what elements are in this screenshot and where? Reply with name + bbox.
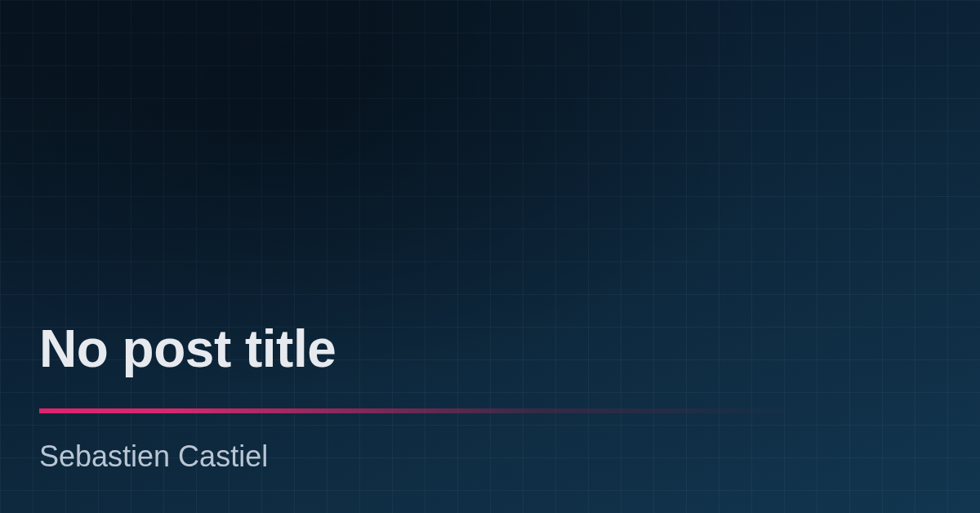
accent-divider bbox=[39, 408, 941, 413]
post-author: Sebastien Castiel bbox=[39, 439, 941, 474]
social-card: No post title Sebastien Castiel bbox=[0, 0, 980, 513]
card-content: No post title Sebastien Castiel bbox=[39, 319, 941, 474]
post-title: No post title bbox=[39, 319, 941, 379]
